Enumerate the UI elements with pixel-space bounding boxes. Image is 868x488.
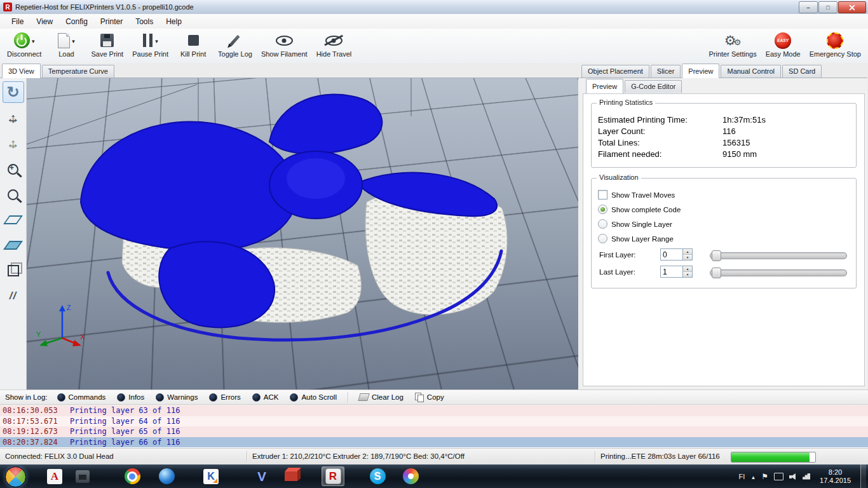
show-filament-button[interactable]: Show Filament (257, 29, 312, 64)
separator (348, 392, 348, 402)
dropdown-caret-icon[interactable] (72, 36, 75, 45)
taskbar-clock[interactable]: 8:20 17.4.2015 (816, 468, 855, 485)
show-desktop-button[interactable] (860, 464, 866, 488)
taskbar-app-paint[interactable] (399, 466, 422, 486)
taskbar-app-printer-tool[interactable] (71, 466, 94, 486)
toggle-auto-scroll[interactable]: Auto Scroll (284, 392, 342, 403)
zoom-in-button[interactable] (3, 159, 24, 179)
v-app-icon (257, 469, 266, 484)
taskbar-app-v[interactable] (250, 466, 273, 486)
zoom-button[interactable] (3, 184, 24, 205)
toggle-label: Errors (220, 393, 240, 401)
save-print-button[interactable]: Save Print (86, 29, 128, 64)
minimize-button[interactable] (799, 1, 818, 13)
disconnect-label: Disconnect (7, 50, 41, 58)
menu-tools[interactable]: Tools (129, 15, 159, 28)
clear-log-button[interactable]: Clear Log (353, 392, 409, 402)
disconnect-button[interactable]: Disconnect (3, 29, 46, 64)
rotate-view-button[interactable] (3, 81, 24, 103)
tab-object-placement[interactable]: Object Placement (581, 65, 649, 78)
tab-slicer[interactable]: Slicer (651, 65, 681, 78)
taskbar-app-text-editor[interactable] (43, 466, 66, 486)
subtab-preview[interactable]: Preview (586, 79, 623, 93)
show-travel-moves-checkbox[interactable] (598, 190, 607, 200)
slice-plane-view-button[interactable] (3, 210, 24, 230)
log-row[interactable]: 08:19:12.673 Printing layer 65 of 116 (0, 426, 868, 437)
spin-down-icon[interactable] (683, 255, 692, 260)
eye-icon (276, 36, 293, 46)
pan-view-button[interactable] (3, 108, 24, 128)
first-layer-row: First Layer: (598, 247, 851, 264)
cube-view-button[interactable] (3, 261, 24, 281)
menu-help[interactable]: Help (159, 15, 188, 28)
toggle-commands[interactable]: Commands (51, 392, 112, 403)
close-button[interactable] (838, 1, 866, 13)
log-row-selected[interactable]: 08:20:37.824 Printing layer 66 of 116 (0, 437, 868, 448)
first-layer-slider[interactable] (710, 252, 847, 259)
pause-print-button[interactable]: Pause Print (128, 29, 173, 64)
kill-print-button[interactable]: Kill Print (173, 29, 214, 64)
tab-3d-view[interactable]: 3D View (2, 64, 41, 78)
language-indicator[interactable]: FI (739, 473, 745, 480)
hidden-icons-chevron-icon[interactable] (750, 472, 756, 481)
last-layer-slider[interactable] (710, 269, 847, 276)
toggle-ack[interactable]: ACK (247, 392, 285, 403)
network-signal-icon[interactable] (803, 473, 810, 480)
maximize-button[interactable] (818, 1, 837, 13)
parallel-view-button[interactable] (3, 286, 24, 306)
dropdown-caret-icon[interactable] (155, 36, 158, 45)
action-center-flag-icon[interactable] (761, 472, 768, 481)
text-editor-icon (47, 469, 62, 484)
menu-view[interactable]: View (30, 15, 59, 28)
log-row[interactable]: 08:17:53.671 Printing layer 64 of 116 (0, 416, 868, 427)
show-layer-range-radio[interactable] (598, 234, 607, 243)
title-bar[interactable]: Repetier-Host for FELIXPrinters V1.0.5 -… (0, 0, 868, 15)
emergency-stop-button[interactable]: Emergency Stop (805, 29, 865, 64)
hide-travel-button[interactable]: Hide Travel (312, 29, 356, 64)
log-row[interactable]: 08:16:30.053 Printing layer 63 of 116 (0, 405, 868, 416)
slider-thumb[interactable] (712, 250, 721, 261)
first-layer-input[interactable] (660, 248, 683, 261)
tab-preview[interactable]: Preview (682, 64, 719, 78)
tab-temperature-curve[interactable]: Temperature Curve (42, 65, 114, 78)
tab-manual-control[interactable]: Manual Control (721, 65, 781, 78)
dropdown-caret-icon[interactable] (32, 36, 35, 45)
taskbar-app-red-cube[interactable] (280, 466, 302, 486)
taskbar-app-browser[interactable] (155, 466, 178, 486)
slider-thumb[interactable] (712, 268, 721, 278)
printer-settings-button[interactable]: Printer Settings (704, 29, 761, 64)
move-object-button[interactable] (3, 133, 24, 154)
browser-orb-icon (159, 468, 175, 484)
spin-up-icon[interactable] (683, 266, 692, 272)
status-bar: Connected: FELIX 3.0 Dual Head Extruder … (0, 448, 868, 464)
spin-down-icon[interactable] (683, 272, 692, 277)
spin-up-icon[interactable] (683, 249, 692, 255)
filled-plane-view-button[interactable] (3, 235, 24, 255)
volume-icon[interactable] (789, 473, 797, 480)
display-tray-icon[interactable] (774, 473, 783, 480)
subtab-gcode-editor[interactable]: G-Code Editor (625, 80, 682, 93)
copy-button[interactable]: Copy (409, 391, 450, 403)
taskbar-app-skype[interactable] (366, 466, 389, 486)
menu-printer[interactable]: Printer (94, 15, 129, 28)
toggle-errors[interactable]: Errors (203, 392, 246, 403)
toggle-warnings[interactable]: Warnings (150, 392, 203, 403)
start-button[interactable] (5, 466, 26, 487)
menu-file[interactable]: File (5, 15, 30, 28)
taskbar-app-kisslicer[interactable] (200, 466, 222, 486)
load-button[interactable]: Load (46, 29, 86, 64)
easy-mode-button[interactable]: EASY Easy Mode (761, 29, 805, 64)
last-layer-input[interactable] (660, 266, 683, 278)
taskbar-app-repetier[interactable] (322, 466, 344, 486)
show-single-layer-radio[interactable] (598, 219, 607, 229)
3d-viewport[interactable]: Z Y X (27, 78, 578, 390)
stat-row: Estimated Printing Time: 1h:37m:51s (597, 114, 851, 125)
toggle-infos[interactable]: Infos (111, 392, 150, 403)
show-travel-moves-row: Show Travel Moves (598, 189, 851, 201)
taskbar-app-chrome[interactable] (121, 466, 144, 486)
show-complete-code-radio[interactable] (598, 205, 607, 214)
tab-sd-card[interactable]: SD Card (782, 65, 822, 78)
toggle-log-button[interactable]: Toggle Log (214, 29, 257, 64)
preview-sub-tabs: Preview G-Code Editor (584, 79, 682, 93)
menu-config[interactable]: Config (59, 15, 94, 28)
